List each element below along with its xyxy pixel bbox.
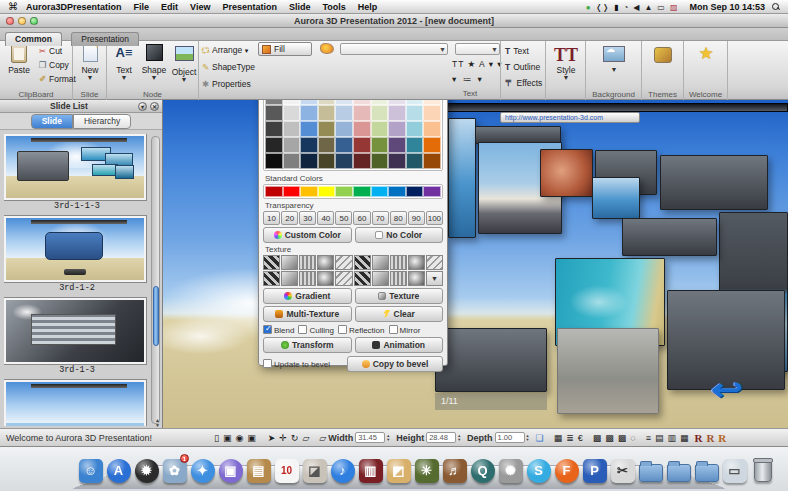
input-flag-icon[interactable]: ▨ <box>670 3 678 12</box>
distribute-icon[interactable]: ≡ <box>646 433 651 443</box>
menu-item-aurora3dpresentation[interactable]: Aurora3DPresentation <box>26 2 122 12</box>
depth-input[interactable]: 1.00 <box>495 432 525 443</box>
presentation-canvas[interactable]: http://www.presentation-3d.com 1/11 ↩ <box>163 100 788 428</box>
transparency-50-button[interactable]: 50 <box>335 211 352 225</box>
fill-style-combo[interactable]: ▼ <box>340 43 448 55</box>
dock-facetime[interactable]: ▣ <box>218 457 243 484</box>
render-mode-3[interactable]: R <box>718 432 726 444</box>
mirror-checkbox[interactable]: Mirror <box>389 325 421 335</box>
render-mode-1[interactable]: R <box>694 432 702 444</box>
tab-presentation[interactable]: Presentation <box>71 32 139 46</box>
fill-size-combo[interactable]: ▼ <box>455 43 500 55</box>
theme-color-swatch[interactable] <box>300 105 318 121</box>
dock-folder-applications[interactable] <box>638 457 663 484</box>
theme-color-swatch[interactable] <box>371 153 389 169</box>
transparency-30-button[interactable]: 30 <box>299 211 316 225</box>
standard-color-swatch[interactable] <box>388 186 406 197</box>
volume-icon[interactable]: ◀ <box>633 3 639 12</box>
shape-node-button[interactable]: Shape▼ <box>137 44 171 80</box>
copy-button[interactable]: ❐Copy <box>38 60 69 70</box>
panel-collapse-button[interactable]: ▾ <box>138 102 147 111</box>
copy-to-bevel-button[interactable]: Copy to bevel <box>347 356 443 372</box>
depth-spinner[interactable]: ▲▼ <box>526 434 530 440</box>
distribute-icon[interactable]: ▦ <box>680 433 689 443</box>
theme-color-swatch[interactable] <box>335 153 353 169</box>
order-icon[interactable]: ▩ <box>593 433 602 443</box>
no-color-button[interactable]: No Color <box>355 227 444 243</box>
standard-color-swatch[interactable] <box>371 186 389 197</box>
width-spinner[interactable]: ▲▼ <box>386 434 390 440</box>
panel-close-button[interactable]: ✕ <box>150 102 159 111</box>
texture-swatch-glow-sphere[interactable] <box>354 271 371 286</box>
distribute-icon[interactable]: ▤ <box>655 433 664 443</box>
theme-color-swatch[interactable] <box>423 153 441 169</box>
texture-swatch-silk[interactable] <box>372 255 389 270</box>
align-icons[interactable]: ▦≣€ <box>552 433 585 443</box>
spotlight-icon[interactable] <box>772 3 780 11</box>
photo-ocean-small[interactable] <box>592 177 640 219</box>
paste-button[interactable]: Paste <box>2 44 36 75</box>
standard-color-swatch[interactable] <box>406 186 424 197</box>
texture-swatch-stripes-dark[interactable] <box>263 255 280 270</box>
dock-aurora-3d-presentation[interactable]: P <box>582 457 607 484</box>
transparency-90-button[interactable]: 90 <box>408 211 425 225</box>
transparency-40-button[interactable]: 40 <box>317 211 334 225</box>
texture-swatch-smooth-gray[interactable] <box>281 255 298 270</box>
transparency-70-button[interactable]: 70 <box>372 211 389 225</box>
text-fill-button[interactable]: TText <box>505 46 529 56</box>
dock-editor-tool[interactable]: ✂ <box>610 457 635 484</box>
multi-texture-button[interactable]: Multi-Texture <box>263 306 352 322</box>
object-node-button[interactable]: Object▼ <box>167 44 201 82</box>
font-icon[interactable]: TT <box>452 59 468 69</box>
menu-item-slide[interactable]: Slide <box>289 2 311 12</box>
update-to-bevel-checkbox[interactable]: Update to bevel <box>263 359 330 369</box>
align-icon[interactable]: € <box>578 433 583 443</box>
scrollbar-thumb[interactable] <box>153 286 159 346</box>
theme-color-swatch[interactable] <box>406 153 424 169</box>
dock-finder[interactable]: ☺ <box>78 457 103 484</box>
theme-color-swatch[interactable] <box>335 105 353 121</box>
order-icons[interactable]: ▩▩▩◌ <box>591 433 638 443</box>
color-flower-icon[interactable] <box>320 43 334 54</box>
theme-color-swatch[interactable] <box>423 121 441 137</box>
tool-icon[interactable]: ✛ <box>279 433 287 443</box>
slide-thumbnail-3rd-1-1-3[interactable]: 3rd-1-1-3 <box>4 134 150 213</box>
format-button[interactable]: ✐Format <box>38 74 76 84</box>
theme-color-swatch[interactable] <box>423 137 441 153</box>
align-icon[interactable]: ▦ <box>554 433 563 443</box>
texture-swatch-pearl[interactable] <box>390 271 407 286</box>
panel-gray-fade[interactable] <box>557 328 659 414</box>
view-icons[interactable]: ▯▣◉▣ <box>212 433 258 443</box>
texture-swatch-fabric[interactable] <box>408 271 425 286</box>
align-icon[interactable]: ≣ <box>566 433 574 443</box>
transform-button[interactable]: Transform <box>263 337 352 353</box>
tab-hierarchy[interactable]: Hierarchy <box>73 114 131 129</box>
dock-photos[interactable]: ✿1 <box>162 457 187 484</box>
distribute-icons[interactable]: ≡▤▥▦ <box>644 433 691 443</box>
texture-swatch-grain[interactable] <box>317 271 334 286</box>
theme-color-swatch[interactable] <box>318 137 336 153</box>
theme-color-swatch[interactable] <box>318 121 336 137</box>
texture-swatch-blue-haze[interactable] <box>372 271 389 286</box>
view-icon[interactable]: ▣ <box>247 433 256 443</box>
slide-list-scrollbar[interactable] <box>151 136 160 424</box>
transparency-100-button[interactable]: 100 <box>426 211 443 225</box>
dock-calendar[interactable]: 10 <box>274 457 299 484</box>
tool-icon[interactable]: ▱ <box>302 433 309 443</box>
apple-menu-icon[interactable]: ⌘ <box>8 1 18 12</box>
standard-color-swatch[interactable] <box>283 186 301 197</box>
theme-color-swatch[interactable] <box>353 121 371 137</box>
menu-item-edit[interactable]: Edit <box>161 2 178 12</box>
new-slide-button[interactable]: New▼ <box>73 44 107 80</box>
reflection-checkbox[interactable]: Reflection <box>338 325 385 335</box>
tab-common[interactable]: Common <box>5 32 62 46</box>
theme-color-swatch[interactable] <box>423 105 441 121</box>
cut-button[interactable]: ✂Cut <box>38 46 62 56</box>
dock-folder-downloads[interactable] <box>694 457 719 484</box>
texture-swatch-weave[interactable] <box>354 255 371 270</box>
slide-thumbnail-partial[interactable] <box>4 380 150 426</box>
display-menu-icon[interactable]: ▮ <box>614 3 618 12</box>
theme-color-swatch[interactable] <box>283 121 301 137</box>
theme-color-swatch[interactable] <box>265 105 283 121</box>
dock-graphics-app[interactable]: ✳ <box>414 457 439 484</box>
